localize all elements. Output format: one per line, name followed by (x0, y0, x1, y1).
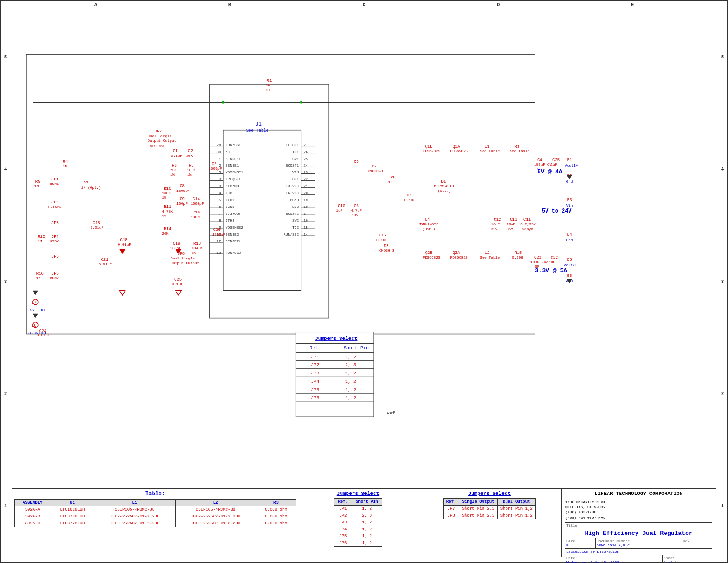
svg-text:R8: R8 (391, 175, 396, 180)
svg-text:JP1: JP1 (51, 177, 59, 182)
svg-text:7: 7 (219, 212, 221, 216)
svg-text:1000pF: 1000pF (191, 201, 204, 206)
svg-text:15: 15 (303, 225, 308, 230)
svg-point-285 (222, 101, 225, 104)
bom-header-u1: U1 (51, 500, 94, 506)
svg-text:E3: E3 (567, 198, 572, 202)
svg-text:C6: C6 (354, 204, 359, 208)
row-r4: 4 (721, 167, 724, 172)
jmp-dual-dual-jp7: Short Pin 1,2 (497, 506, 535, 512)
row-labels-right: 5 4 3 2 1 (718, 1, 727, 562)
svg-rect-3 (223, 130, 301, 291)
svg-text:2, 3: 2, 3 (345, 362, 356, 368)
svg-text:20: 20 (303, 191, 308, 195)
date-cell: Date: Wednesday, July 10, 2002 (565, 555, 663, 563)
date-label: Date: (566, 556, 661, 560)
svg-text:L1: L1 (484, 144, 489, 149)
size-cell: Size B (565, 538, 596, 548)
col-labels-top: A B C D E (1, 1, 727, 8)
svg-text:Short Pin: Short Pin (344, 345, 369, 350)
svg-text:28: 28 (216, 143, 221, 147)
svg-text:R15: R15 (514, 251, 522, 255)
svg-text:FDS6982S: FDS6982S (423, 149, 440, 153)
svg-text:C25: C25 (552, 158, 560, 163)
jumpers-dual-table: Ref. Single Output Dual Output JP7 Short… (443, 498, 536, 519)
svg-text:1%: 1% (170, 172, 175, 177)
svg-text:BOOST1: BOOST1 (286, 163, 299, 167)
jmp-dual-single-jp7: Short Pin 2,3 (459, 506, 497, 512)
svg-text:C22: C22 (534, 255, 541, 260)
svg-text:0.1uF: 0.1uF (404, 198, 415, 202)
svg-text:10: 10 (266, 88, 270, 92)
svg-text:Dual    Single: Dual Single (171, 256, 195, 260)
svg-text:FLTCPL: FLTCPL (286, 143, 299, 147)
svg-text:21: 21 (303, 184, 308, 188)
row-4: 4 (4, 167, 7, 172)
bom-u1-1: LTC1628EUH (51, 506, 94, 513)
sheet-value: 1 of 1 (664, 560, 711, 563)
jmp-row-jp3: JP3 1, 2 (334, 519, 382, 526)
svg-text:STBY: STBY (50, 239, 59, 243)
svg-text:FREQSET: FREQSET (226, 177, 241, 181)
svg-text:3: 3 (219, 184, 221, 188)
svg-text:E6: E6 (567, 274, 572, 278)
svg-text:D1: D1 (441, 179, 446, 184)
svg-text:C19: C19 (173, 241, 180, 246)
date-value: Wednesday, July 10, 2002 (566, 560, 661, 563)
svg-text:JP4: JP4 (311, 379, 319, 384)
svg-text:C5: C5 (354, 160, 359, 164)
jmp-row-jp5: JP5 1, 2 (334, 533, 382, 540)
svg-text:1000pF: 1000pF (212, 232, 226, 236)
svg-text:C21: C21 (101, 258, 108, 262)
svg-text:VOSENSE: VOSENSE (150, 144, 165, 148)
svg-point-284 (300, 101, 302, 104)
svg-text:0.01uF: 0.01uF (91, 225, 104, 230)
svg-text:R16: R16 (36, 271, 44, 276)
svg-text:0.01uF: 0.01uF (37, 333, 50, 338)
bom-assembly-2: 392A-B (15, 513, 51, 520)
svg-text:3: 3 (219, 177, 221, 181)
svg-text:R1: R1 (267, 79, 272, 83)
svg-text:23: 23 (303, 170, 308, 174)
svg-text:C7: C7 (407, 193, 412, 198)
jumpers-small-section: Jumpers Select Ref. Short Pin JP1 1, 2 J… (298, 489, 418, 557)
jumpers-dual-section: Jumpers Select Ref. Single Output Dual O… (418, 489, 561, 557)
jmp-dual-dual-jp8: Short Pin 1,2 (497, 512, 535, 519)
svg-text:1%: 1% (187, 172, 192, 177)
svg-text:Sanyo: Sanyo (522, 227, 533, 231)
col-a: A (28, 2, 163, 7)
jumpers-dual-title: Jumpers Select (468, 491, 511, 496)
svg-text:1000pF: 1000pF (209, 167, 222, 171)
company-address: 1630 McCARTHY BLVD. MILPITAS, CA 95035 (… (565, 500, 712, 520)
svg-text:1%: 1% (162, 195, 166, 200)
svg-text:100pF: 100pF (191, 215, 202, 219)
svg-text:JP1: JP1 (311, 355, 319, 360)
svg-text:ITH1: ITH1 (226, 198, 234, 202)
svg-text:SENSE2-: SENSE2- (226, 232, 241, 236)
row-r5: 5 (721, 54, 724, 60)
svg-text:VOSENSE2: VOSENSE2 (226, 225, 243, 230)
rev-label: Rev (683, 539, 711, 543)
svg-text:TG2: TG2 (292, 225, 299, 230)
bom-assembly-1: 392A-A (15, 506, 51, 513)
svg-text:C9: C9 (180, 197, 185, 201)
address-line2: MILPITAS, CA 95035 (565, 505, 712, 510)
svg-text:SGND: SGND (226, 205, 234, 209)
svg-text:RUN/SS2: RUN/SS2 (284, 232, 299, 236)
svg-text:3: 3 (219, 170, 221, 174)
bom-l1-1: CDEP105-4R3MC-88 (94, 506, 175, 513)
svg-text:25: 25 (303, 157, 308, 161)
svg-text:JP7: JP7 (154, 129, 162, 134)
svg-text:C16: C16 (193, 210, 200, 215)
jmp-ref-jp6: JP6 (334, 540, 352, 547)
svg-text:Vin: Vin (566, 203, 573, 207)
svg-text:See Table: See Table (510, 149, 529, 153)
bom-header-r3: R3 (256, 500, 296, 506)
svg-text:0.1uF: 0.1uF (172, 282, 183, 286)
svg-text:C10: C10 (338, 204, 345, 208)
svg-text:VIN: VIN (292, 170, 299, 174)
svg-text:5: 5 (219, 198, 221, 202)
jmp-pin-jp6: 1, 2 (352, 540, 382, 547)
sheet-cell: Sheet 1 of 1 (663, 555, 712, 563)
bom-l2-2: IHLP-2525CZ-01-2.2uH (175, 513, 256, 520)
